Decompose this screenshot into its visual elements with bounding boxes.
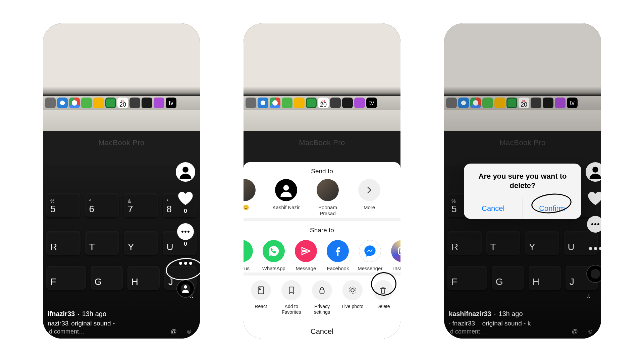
phone-screenshot-1: JUL20 tv MacBook Pro %5 ^6 &7 *8 RTYU FG… xyxy=(43,23,200,339)
contact-name: Kashif Nazir xyxy=(273,204,300,210)
dock-icon-launchpad xyxy=(45,98,56,108)
share-app-partial-left[interactable]: App us xyxy=(244,240,254,272)
livephoto-icon xyxy=(347,285,358,295)
phone-screenshot-2: JUL20 tv MacBook Pro Send to 1😊 Kashif N… xyxy=(244,23,400,339)
dock-icon-terminal xyxy=(142,98,152,108)
share-app-messenger[interactable]: Messenger xyxy=(358,240,382,272)
more-label: More xyxy=(364,204,375,210)
mention-icon[interactable]: @ xyxy=(169,327,178,336)
svg-rect-8 xyxy=(320,290,324,293)
comment-input[interactable]: d comment… xyxy=(49,328,85,335)
share-app-label: WhatsApp xyxy=(262,265,285,272)
share-app-whatsapp[interactable]: WhatsApp xyxy=(262,240,286,272)
comment-bar: d comment… @ ☺ xyxy=(43,324,200,339)
dock-icon-calendar: JUL20 xyxy=(117,98,128,108)
svg-rect-7 xyxy=(259,288,261,290)
action-label: React xyxy=(255,304,267,309)
send-contact[interactable]: Poonam Prasad xyxy=(312,179,343,217)
share-app-label: Message xyxy=(296,265,316,272)
comment-button[interactable] xyxy=(177,223,194,240)
action-rail: 0 0 xyxy=(176,162,195,339)
svg-point-10 xyxy=(349,287,356,294)
send-contact[interactable]: Kashif Nazir xyxy=(270,179,302,210)
action-label: Privacy settings xyxy=(310,304,334,315)
product-label: MacBook Pro xyxy=(244,138,400,147)
alert-message: Are you sure you want to delete? xyxy=(464,164,581,198)
dock-icon-evernote xyxy=(81,98,92,108)
more-options-button[interactable] xyxy=(176,256,195,271)
macos-dock: JUL20 tv xyxy=(43,96,200,110)
svg-point-0 xyxy=(182,167,189,173)
action-livephoto[interactable]: Live photo xyxy=(341,280,365,309)
send-icon xyxy=(301,246,311,256)
person-icon xyxy=(279,183,293,197)
action-react[interactable]: React xyxy=(249,280,273,309)
send-to-row[interactable]: 1😊 Kashif Nazir Poonam Prasad More xyxy=(244,179,400,218)
like-count: 0 xyxy=(184,208,187,215)
share-app-facebook[interactable]: Facebook xyxy=(326,240,351,272)
dock-icon-notes xyxy=(93,98,104,108)
phone-screenshot-3: JUL20 tv MacBook Pro %5 ^6 &7 *8 RTYU FG… xyxy=(444,23,601,339)
dock-icon-loader xyxy=(105,98,116,108)
comment-count: 0 xyxy=(184,241,187,247)
messenger-icon xyxy=(363,244,377,258)
alert-confirm-button[interactable]: Confirm xyxy=(523,198,582,219)
share-to-header: Share to xyxy=(244,221,400,238)
action-privacy[interactable]: Privacy settings xyxy=(310,280,334,315)
trash-icon xyxy=(379,286,387,295)
alert-cancel-button[interactable]: Cancel xyxy=(464,198,523,219)
instagram-icon xyxy=(396,245,400,257)
send-to-header: Send to xyxy=(244,162,400,179)
svg-point-9 xyxy=(351,289,354,292)
dock-icon-chrome xyxy=(69,98,80,108)
send-more-button[interactable]: More xyxy=(354,179,385,210)
action-label: Add to Favorites xyxy=(279,304,303,315)
dock-icon-sublime xyxy=(129,98,140,108)
action-label: Delete xyxy=(376,304,390,309)
action-delete[interactable]: Delete xyxy=(371,280,395,309)
actions-row: React Add to Favorites Privacy settings … xyxy=(244,276,400,321)
sheet-divider xyxy=(244,273,400,276)
react-icon xyxy=(256,286,266,295)
share-app-partial-right[interactable]: Instagra xyxy=(390,240,400,272)
dock-icon-safari xyxy=(57,98,68,108)
whatsapp-icon xyxy=(268,245,280,257)
action-label: Live photo xyxy=(342,304,364,309)
profile-avatar-button[interactable] xyxy=(176,162,195,182)
sheet-divider xyxy=(244,218,400,221)
share-app-label: Messenger xyxy=(358,265,382,272)
facebook-icon xyxy=(332,245,343,257)
share-app-label: Facebook xyxy=(327,265,349,272)
share-to-row[interactable]: App us WhatsApp Message Facebook xyxy=(244,238,400,273)
share-app-message[interactable]: Message xyxy=(293,240,318,272)
svg-point-1 xyxy=(184,285,187,289)
chevron-right-icon xyxy=(365,186,374,194)
cancel-button[interactable]: Cancel xyxy=(244,321,400,339)
person-icon xyxy=(180,284,191,294)
product-label: MacBook Pro xyxy=(43,138,200,147)
dock-icon-podcasts xyxy=(154,98,164,108)
person-icon xyxy=(178,165,193,179)
author-handle[interactable]: ifnazir33 xyxy=(48,310,75,318)
like-button[interactable] xyxy=(177,190,194,207)
lock-icon xyxy=(318,286,326,295)
contact-name: Poonam Prasad xyxy=(312,204,343,217)
svg-point-2 xyxy=(283,185,289,191)
dock-icon-appletv: tv xyxy=(166,98,176,108)
macos-dock: JUL20 tv xyxy=(244,96,400,110)
share-sheet: Send to 1😊 Kashif Nazir Poonam Prasad Mo… xyxy=(244,162,400,339)
time-ago: 13h ago xyxy=(82,310,106,318)
confirm-delete-alert: Are you sure you want to delete? Cancel … xyxy=(464,164,581,219)
send-contact-partial[interactable]: 1😊 xyxy=(244,179,260,210)
bookmark-icon xyxy=(287,286,296,295)
action-favorite[interactable]: Add to Favorites xyxy=(279,280,303,315)
music-note-icon: ♫ xyxy=(190,293,194,300)
emoji-icon[interactable]: ☺ xyxy=(184,327,194,336)
